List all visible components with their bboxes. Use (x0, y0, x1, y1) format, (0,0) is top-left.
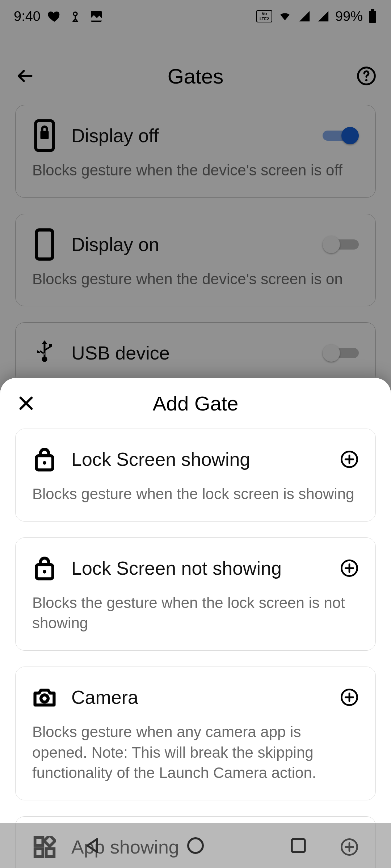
gate-card-usb[interactable]: USB device (15, 322, 376, 384)
svg-point-13 (43, 461, 46, 465)
gate-desc: Blocks gesture when the device's screen … (32, 269, 359, 290)
svg-rect-10 (41, 131, 49, 139)
nav-home-button[interactable] (186, 836, 205, 855)
svg-point-18 (41, 695, 48, 702)
add-gate-camera[interactable]: Camera Blocks gesture when any camera ap… (15, 667, 376, 800)
lock-icon (32, 447, 57, 472)
signal-icon (298, 10, 311, 22)
gate-desc: Blocks gesture when the lock screen is s… (32, 484, 359, 505)
gate-desc: Blocks the gesture when the lock screen … (32, 593, 359, 634)
page-title: Gates (168, 64, 224, 88)
status-right: VoLTE2 99% (256, 9, 377, 24)
display-on-icon (32, 232, 57, 257)
svg-text:LTE2: LTE2 (260, 17, 269, 21)
gate-card-display-off[interactable]: Display off Blocks gesture when the devi… (15, 105, 376, 198)
nav-recents-button[interactable] (289, 836, 308, 855)
heart-icon (47, 9, 62, 24)
sheet-header: Add Gate (0, 378, 391, 429)
gate-title: Display off (71, 125, 308, 146)
lock-open-icon (32, 556, 57, 580)
add-gate-sheet: Add Gate Lock Screen showing Blocks gest… (0, 378, 391, 868)
volte-icon: VoLTE2 (256, 10, 272, 22)
svg-text:Vo: Vo (262, 11, 267, 16)
gate-title: Lock Screen showing (71, 448, 325, 470)
display-off-icon (32, 123, 57, 148)
navigation-bar (0, 823, 391, 868)
toggle-switch[interactable] (323, 343, 359, 363)
sheet-title: Add Gate (153, 392, 239, 415)
app-bar: Gates (0, 56, 391, 96)
gate-card-display-on[interactable]: Display on Blocks gesture when the devic… (15, 214, 376, 307)
nav-back-button[interactable] (83, 836, 103, 855)
gate-desc: Blocks gesture when the device's screen … (32, 160, 359, 181)
battery-icon (368, 9, 377, 24)
add-button[interactable] (340, 450, 359, 469)
signal-2-icon (316, 10, 330, 22)
status-time: 9:40 (14, 9, 41, 24)
add-button[interactable] (340, 559, 359, 578)
camera-icon (32, 685, 57, 710)
toggle-switch[interactable] (323, 234, 359, 255)
svg-rect-26 (292, 839, 305, 852)
gate-desc: Blocks gesture when any camera app is op… (32, 722, 359, 783)
gate-title: Display on (71, 234, 308, 255)
gate-title: Lock Screen not showing (71, 557, 325, 579)
usb-icon (32, 341, 57, 365)
svg-rect-6 (371, 9, 374, 11)
svg-point-25 (188, 838, 203, 853)
status-bar: 9:40 VoLTE2 99% (0, 0, 391, 33)
add-gate-lock-not-showing[interactable]: Lock Screen not showing Blocks the gestu… (15, 537, 376, 651)
close-button[interactable] (17, 394, 35, 413)
add-gate-lock-showing[interactable]: Lock Screen showing Blocks gesture when … (15, 429, 376, 522)
toggle-switch[interactable] (323, 125, 359, 146)
add-button[interactable] (340, 688, 359, 707)
touch-icon (68, 9, 83, 24)
sheet-list[interactable]: Lock Screen showing Blocks gesture when … (0, 429, 391, 868)
status-left: 9:40 (14, 9, 104, 24)
gate-title: Camera (71, 686, 325, 708)
back-button[interactable] (14, 66, 35, 86)
help-button[interactable] (356, 66, 377, 86)
svg-point-8 (365, 79, 367, 81)
photo-icon (89, 9, 104, 24)
svg-point-16 (43, 570, 46, 574)
gate-title: USB device (71, 342, 308, 364)
wifi-icon (277, 10, 293, 22)
status-battery-text: 99% (335, 9, 363, 24)
svg-point-0 (73, 12, 77, 16)
svg-rect-5 (369, 11, 376, 23)
gate-list: Display off Blocks gesture when the devi… (15, 105, 376, 400)
svg-rect-11 (36, 230, 52, 259)
